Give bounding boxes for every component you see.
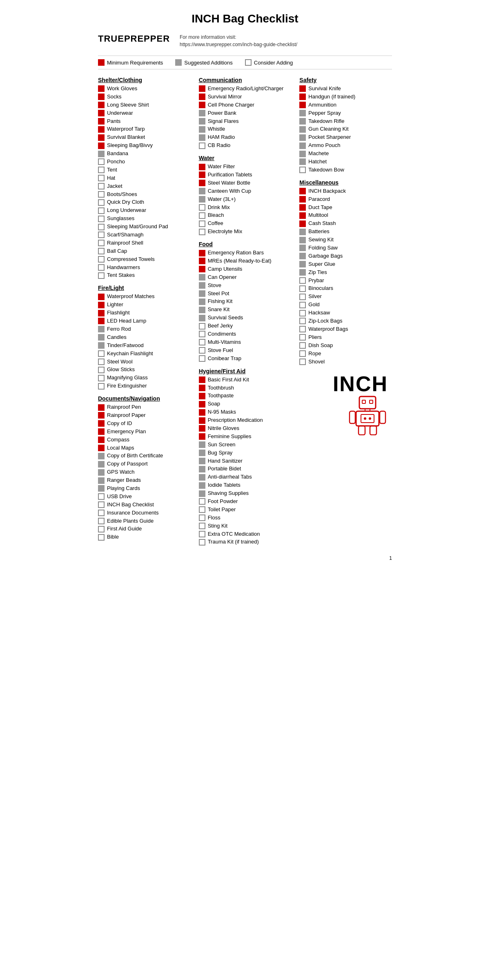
- list-item[interactable]: Machete: [299, 150, 392, 157]
- checkbox-icon[interactable]: [199, 212, 205, 219]
- list-item[interactable]: Cash Stash: [299, 220, 392, 227]
- list-item[interactable]: Sun Screen: [199, 441, 292, 448]
- list-item[interactable]: Anti-diarrheal Tabs: [199, 474, 292, 481]
- checkbox-icon[interactable]: [98, 216, 105, 222]
- list-item[interactable]: Pants: [98, 118, 191, 125]
- checkbox-icon[interactable]: [199, 409, 205, 416]
- list-item[interactable]: Pepper Spray: [299, 110, 392, 117]
- checkbox-icon[interactable]: [199, 282, 205, 289]
- list-item[interactable]: Purification Tablets: [199, 172, 292, 178]
- checkbox-icon[interactable]: [199, 539, 205, 546]
- checkbox-icon[interactable]: [199, 506, 205, 513]
- checkbox-icon[interactable]: [299, 204, 306, 211]
- checkbox-icon[interactable]: [98, 191, 105, 198]
- list-item[interactable]: Lighter: [98, 301, 191, 308]
- checkbox-icon[interactable]: [98, 437, 105, 443]
- list-item[interactable]: Cell Phone Charger: [199, 102, 292, 109]
- checkbox-icon[interactable]: [98, 199, 105, 206]
- list-item[interactable]: Bug Spray: [199, 450, 292, 457]
- list-item[interactable]: Copy of Passport: [98, 461, 191, 468]
- checkbox-icon[interactable]: [98, 334, 105, 341]
- checkbox-icon[interactable]: [98, 326, 105, 332]
- list-item[interactable]: Scarf/Shamagh: [98, 232, 191, 238]
- list-item[interactable]: Compass: [98, 437, 191, 443]
- checkbox-icon[interactable]: [299, 310, 306, 316]
- list-item[interactable]: Beef Jerky: [199, 323, 292, 330]
- list-item[interactable]: Zip Ties: [299, 269, 392, 276]
- checkbox-icon[interactable]: [199, 490, 205, 497]
- list-item[interactable]: Gold: [299, 301, 392, 308]
- checkbox-icon[interactable]: [98, 102, 105, 108]
- checkbox-icon[interactable]: [299, 326, 306, 332]
- list-item[interactable]: Socks: [98, 94, 191, 100]
- checkbox-icon[interactable]: [98, 207, 105, 214]
- list-item[interactable]: Whistle: [199, 126, 292, 133]
- list-item[interactable]: Keychain Flashlight: [98, 350, 191, 357]
- checkbox-icon[interactable]: [98, 294, 105, 300]
- checkbox-icon[interactable]: [98, 453, 105, 459]
- list-item[interactable]: Steel Wool: [98, 359, 191, 365]
- list-item[interactable]: Tent: [98, 167, 191, 174]
- list-item[interactable]: Tinder/Fatwood: [98, 342, 191, 349]
- checkbox-icon[interactable]: [98, 94, 105, 100]
- checkbox-icon[interactable]: [299, 350, 306, 357]
- checkbox-icon[interactable]: [199, 298, 205, 305]
- checkbox-icon[interactable]: [98, 167, 105, 173]
- list-item[interactable]: Survival Seeds: [199, 314, 292, 321]
- checkbox-icon[interactable]: [98, 118, 105, 125]
- list-item[interactable]: Bleach: [199, 212, 292, 219]
- list-item[interactable]: Ranger Beads: [98, 477, 191, 484]
- checkbox-icon[interactable]: [199, 393, 205, 399]
- checkbox-icon[interactable]: [98, 412, 105, 419]
- checkbox-icon[interactable]: [98, 367, 105, 373]
- checkbox-icon[interactable]: [299, 110, 306, 116]
- list-item[interactable]: Extra OTC Medication: [199, 531, 292, 538]
- checkbox-icon[interactable]: [98, 85, 105, 92]
- list-item[interactable]: Sting Kit: [199, 523, 292, 530]
- checkbox-icon[interactable]: [98, 359, 105, 365]
- list-item[interactable]: Underwear: [98, 110, 191, 117]
- list-item[interactable]: Sleeping Mat/Ground Pad: [98, 223, 191, 230]
- list-item[interactable]: Garbage Bags: [299, 253, 392, 260]
- list-item[interactable]: Nitrile Gloves: [199, 425, 292, 432]
- list-item[interactable]: Jacket: [98, 183, 191, 190]
- list-item[interactable]: Prescription Medication: [199, 417, 292, 424]
- checkbox-icon[interactable]: [98, 493, 105, 500]
- list-item[interactable]: Sewing Kit: [299, 236, 392, 243]
- checkbox-icon[interactable]: [199, 110, 205, 116]
- checkbox-icon[interactable]: [98, 350, 105, 357]
- checkbox-icon[interactable]: [199, 331, 205, 337]
- checkbox-icon[interactable]: [299, 294, 306, 300]
- list-item[interactable]: Super Glue: [299, 261, 392, 268]
- list-item[interactable]: Copy of Birth Certificate: [98, 452, 191, 459]
- checkbox-icon[interactable]: [98, 264, 105, 271]
- checkbox-icon[interactable]: [299, 158, 306, 165]
- checkbox-icon[interactable]: [299, 318, 306, 324]
- list-item[interactable]: INCH Bag Checklist: [98, 501, 191, 508]
- checkbox-icon[interactable]: [199, 482, 205, 489]
- list-item[interactable]: Magnifying Glass: [98, 374, 191, 381]
- list-item[interactable]: Boots/Shoes: [98, 191, 191, 198]
- checkbox-icon[interactable]: [98, 158, 105, 165]
- checkbox-icon[interactable]: [98, 342, 105, 349]
- list-item[interactable]: Canteen With Cup: [199, 188, 292, 195]
- list-item[interactable]: Survival Knife: [299, 85, 392, 92]
- list-item[interactable]: Hatchet: [299, 158, 392, 165]
- checkbox-icon[interactable]: [98, 420, 105, 427]
- checkbox-icon[interactable]: [98, 510, 105, 516]
- checkbox-icon[interactable]: [199, 339, 205, 345]
- checkbox-icon[interactable]: [98, 461, 105, 468]
- checkbox-icon[interactable]: [98, 126, 105, 133]
- list-item[interactable]: Basic First Aid Kit: [199, 376, 292, 383]
- checkbox-icon[interactable]: [199, 441, 205, 448]
- checkbox-icon[interactable]: [199, 531, 205, 537]
- checkbox-icon[interactable]: [199, 523, 205, 529]
- list-item[interactable]: Long Sleeve Shirt: [98, 102, 191, 109]
- checkbox-icon[interactable]: [199, 323, 205, 330]
- checkbox-icon[interactable]: [98, 232, 105, 238]
- list-item[interactable]: Gun Cleaning Kit: [299, 126, 392, 133]
- checkbox-icon[interactable]: [299, 220, 306, 227]
- list-item[interactable]: Power Bank: [199, 110, 292, 117]
- list-item[interactable]: First Aid Guide: [98, 526, 191, 532]
- checkbox-icon[interactable]: [98, 310, 105, 316]
